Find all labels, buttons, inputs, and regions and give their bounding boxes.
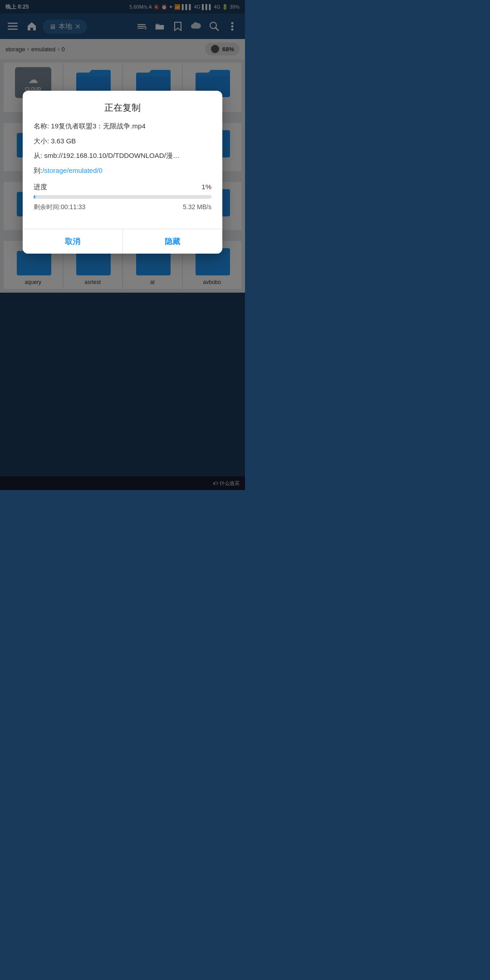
copy-dialog: 正在复制 名称: 19复仇者联盟3：无限战争.mp4 大小: 3.63 GB 从… [23, 91, 222, 254]
progress-track [34, 195, 211, 199]
progress-details-row: 剩余时间:00:11:33 5.32 MB/s [34, 203, 211, 211]
to-path-row: 到:/storage/emulated/0 [34, 166, 211, 176]
from-label: 从: [34, 152, 42, 159]
size-label: 大小: [34, 137, 49, 145]
to-label: 到: [34, 167, 42, 174]
transfer-speed: 5.32 MB/s [183, 203, 211, 211]
progress-percent: 1% [201, 183, 211, 191]
cancel-button[interactable]: 取消 [23, 229, 122, 254]
size-value: 3.63 GB [51, 137, 76, 145]
dialog-title: 正在复制 [23, 91, 222, 121]
to-value: /storage/emulated/0 [42, 167, 103, 174]
name-value: 19复仇者联盟3：无限战争.mp4 [51, 122, 145, 130]
progress-text: 进度 [34, 183, 47, 191]
remaining-time: 剩余时间:00:11:33 [34, 203, 85, 211]
dialog-overlay: 正在复制 名称: 19复仇者联盟3：无限战争.mp4 大小: 3.63 GB 从… [0, 0, 245, 490]
name-label: 名称: [34, 122, 49, 130]
time-value: 00:11:33 [61, 203, 86, 211]
dialog-body: 名称: 19复仇者联盟3：无限战争.mp4 大小: 3.63 GB 从: smb… [23, 121, 222, 220]
from-value: smb://192.168.10.10/D/TDDOWNLOAD/漫… [44, 152, 179, 159]
progress-fill [34, 195, 35, 199]
dialog-actions: 取消 隐藏 [23, 229, 222, 254]
time-label: 剩余时间: [34, 203, 61, 211]
from-path-row: 从: smb://192.168.10.10/D/TDDOWNLOAD/漫… [34, 151, 211, 161]
hide-button[interactable]: 隐藏 [123, 229, 223, 254]
file-size-row: 大小: 3.63 GB [34, 136, 211, 147]
file-name-row: 名称: 19复仇者联盟3：无限战争.mp4 [34, 121, 211, 132]
progress-label-row: 进度 1% [34, 183, 211, 191]
